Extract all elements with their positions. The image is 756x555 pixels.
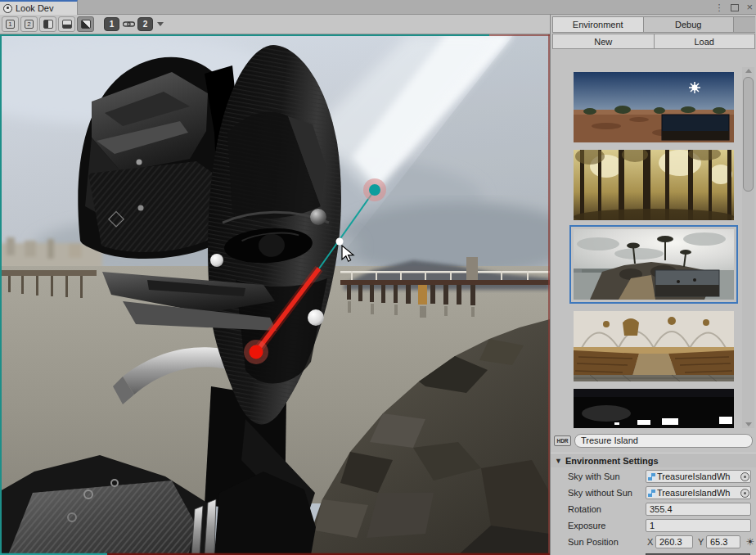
env-thumbnail-night[interactable] (574, 389, 734, 428)
single-view-1-button[interactable]: 1 (2, 16, 19, 32)
split-diagonal-icon (81, 20, 91, 29)
top-bottom-view-button[interactable] (58, 16, 75, 32)
scrollbar-thumb[interactable] (743, 77, 754, 192)
new-button[interactable]: New (552, 34, 655, 49)
chrome-stud-bright (210, 254, 223, 267)
rotation-label: Rotation (568, 504, 601, 514)
look-dev-eye-icon (3, 4, 12, 13)
gizmo-handle-red[interactable] (250, 345, 263, 359)
scroll-down-arrow[interactable] (743, 421, 754, 428)
sun-y-field[interactable]: 65.3 (706, 535, 740, 548)
window-titlebar: Look Dev ⋮ × (0, 0, 756, 15)
cubemap-icon (648, 490, 655, 497)
chevron-down-icon (157, 22, 164, 26)
environment-settings-title: Environment Settings (565, 456, 659, 466)
sun-x-field[interactable]: 260.3 (655, 535, 693, 548)
link-icon (123, 20, 135, 29)
env-thumbnail-outback[interactable] (574, 72, 734, 142)
exposure-field[interactable]: 1 (646, 519, 751, 532)
env-thumbnail-forest[interactable] (574, 150, 734, 220)
sky-without-sun-field[interactable]: TreasureIslandWh (646, 486, 751, 499)
sun-picker-icon[interactable]: ☀ (745, 536, 756, 548)
window-menu-icon[interactable]: ⋮ (714, 3, 723, 11)
hdr-badge: HDR (554, 435, 571, 446)
maximize-icon[interactable] (731, 4, 739, 11)
sky-with-sun-field[interactable]: TreasureIslandWh (646, 470, 751, 483)
object-picker-icon[interactable] (740, 472, 749, 481)
viewport-render (0, 34, 550, 555)
foldout-triangle-icon: ▼ (555, 457, 562, 465)
single-view-2-button[interactable]: 2 (20, 16, 38, 32)
environment-panel: Environment Debug New Load (550, 15, 756, 555)
split-horizontal-icon (62, 20, 72, 29)
camera-1-button[interactable]: 1 (104, 17, 119, 31)
tab-environment[interactable]: Environment (552, 16, 644, 33)
env-list-scrollbar[interactable] (742, 67, 754, 428)
sun-y-axis-label: Y (698, 537, 704, 547)
sun-x-axis-label: X (647, 537, 653, 547)
lookdev-toolbar: 1 2 1 2 (0, 15, 550, 34)
object-picker-icon[interactable] (740, 489, 749, 498)
camera-2-button[interactable]: 2 (137, 17, 153, 31)
environment-name-field[interactable]: Tresure Island (574, 434, 753, 448)
split-vertical-icon (43, 20, 53, 29)
window-title: Look Dev (16, 3, 53, 13)
env-thumbnail-church[interactable] (574, 311, 734, 381)
lookdev-viewport[interactable] (0, 34, 550, 555)
sun-position-label: Sun Position (568, 537, 619, 547)
chrome-stud-lower (308, 309, 324, 326)
close-icon[interactable]: × (746, 2, 753, 12)
load-button[interactable]: Load (655, 34, 756, 49)
rotation-field[interactable]: 355.4 (646, 503, 751, 516)
environment-list: + − (551, 51, 756, 428)
gizmo-handle-center[interactable] (336, 238, 344, 246)
split-view-button[interactable] (77, 16, 94, 32)
camera-options-dropdown[interactable] (155, 17, 166, 31)
sky-with-sun-label: Sky with Sun (568, 472, 620, 481)
panel-tab-bar: Environment Debug (552, 16, 755, 33)
exposure-label: Exposure (568, 521, 605, 530)
link-cameras-button[interactable] (121, 17, 136, 31)
gizmo-handle-teal[interactable] (369, 184, 380, 196)
chrome-stud-upper (310, 209, 326, 225)
side-by-side-view-button[interactable] (39, 16, 56, 32)
env-thumbnail-treasure-island[interactable] (574, 229, 734, 300)
environment-settings-foldout[interactable]: ▼ Environment Settings (551, 453, 756, 467)
tab-debug[interactable]: Debug (644, 16, 735, 33)
cubemap-icon (648, 473, 655, 481)
sky-without-sun-label: Sky without Sun (568, 488, 632, 498)
scroll-up-arrow[interactable] (743, 67, 754, 74)
look-dev-tab[interactable]: Look Dev (0, 0, 78, 15)
